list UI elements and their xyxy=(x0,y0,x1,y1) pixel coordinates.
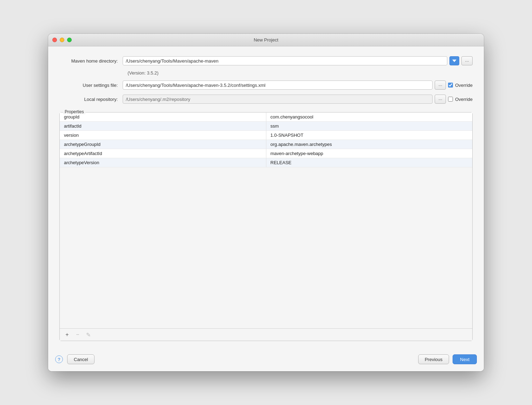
window-controls xyxy=(52,38,72,42)
properties-table: groupIdcom.chenyangsocoolartifactIdssmve… xyxy=(60,112,472,167)
local-repo-label: Local repository: xyxy=(59,97,123,102)
maven-home-row: Maven home directory: ··· xyxy=(59,56,473,65)
property-value: maven-archetype-webapp xyxy=(266,149,472,158)
svg-marker-0 xyxy=(452,59,456,62)
property-value: 1.0-SNAPSHOT xyxy=(266,131,472,140)
local-repo-input[interactable] xyxy=(123,95,433,104)
edit-property-button[interactable]: ✎ xyxy=(84,331,92,339)
previous-button[interactable]: Previous xyxy=(418,354,449,364)
property-key: archetypeGroupId xyxy=(60,140,266,149)
property-key: version xyxy=(60,131,266,140)
table-row[interactable]: archetypeVersionRELEASE xyxy=(60,158,472,167)
footer: ? Cancel Previous Next xyxy=(48,348,484,371)
local-repo-field-group: ··· Override xyxy=(123,95,473,104)
user-settings-override-label[interactable]: Override xyxy=(455,83,473,88)
remove-property-button[interactable]: − xyxy=(74,331,82,339)
title-bar: New Project xyxy=(48,34,484,46)
property-key: archetypeArtifactId xyxy=(60,149,266,158)
maven-home-label: Maven home directory: xyxy=(59,58,123,64)
ellipsis-icon: ··· xyxy=(465,58,469,64)
property-key: artifactId xyxy=(60,122,266,131)
table-row[interactable]: archetypeArtifactIdmaven-archetype-webap… xyxy=(60,149,472,158)
maven-home-input[interactable] xyxy=(123,56,447,65)
property-value: com.chenyangsocool xyxy=(266,112,472,122)
close-button[interactable] xyxy=(52,38,57,42)
maven-home-browse-button[interactable]: ··· xyxy=(461,56,473,65)
property-value: org.apache.maven.archetypes xyxy=(266,140,472,149)
user-settings-label: User settings file: xyxy=(59,83,123,88)
next-button[interactable]: Next xyxy=(453,354,477,364)
property-key: archetypeVersion xyxy=(60,158,266,167)
user-settings-override-checkbox[interactable] xyxy=(448,83,453,88)
local-repo-override-wrapper: Override xyxy=(448,97,473,102)
user-settings-input[interactable] xyxy=(123,81,433,90)
add-property-button[interactable]: + xyxy=(63,331,71,339)
help-button[interactable]: ? xyxy=(55,355,63,363)
footer-right: Previous Next xyxy=(418,354,477,364)
user-settings-field-group: ··· Override xyxy=(123,81,473,90)
local-repo-browse-button[interactable]: ··· xyxy=(435,95,446,104)
local-repo-override-checkbox[interactable] xyxy=(448,97,453,102)
maximize-button[interactable] xyxy=(67,38,72,42)
property-value: RELEASE xyxy=(266,158,472,167)
maven-version-text: (Version: 3.5.2) xyxy=(128,70,473,76)
ellipsis-icon: ··· xyxy=(439,97,442,102)
chevron-down-icon xyxy=(452,59,456,63)
table-row[interactable]: artifactIdssm xyxy=(60,122,472,131)
local-repo-row: Local repository: ··· Override xyxy=(59,95,473,104)
ellipsis-icon: ··· xyxy=(439,83,442,88)
properties-table-container: groupIdcom.chenyangsocoolartifactIdssmve… xyxy=(60,112,472,328)
window-title: New Project xyxy=(254,37,278,43)
new-project-window: New Project Maven home directory: ··· (V… xyxy=(48,34,484,371)
table-row[interactable]: archetypeGroupIdorg.apache.maven.archety… xyxy=(60,140,472,149)
properties-legend: Properties xyxy=(63,109,85,114)
maven-home-dropdown-button[interactable] xyxy=(449,56,459,65)
user-settings-browse-button[interactable]: ··· xyxy=(435,81,446,90)
minimize-button[interactable] xyxy=(60,38,64,42)
property-key: groupId xyxy=(60,112,266,122)
properties-section: Properties groupIdcom.chenyangsocoolarti… xyxy=(59,112,473,341)
maven-home-field-group: ··· xyxy=(123,56,473,65)
table-row[interactable]: groupIdcom.chenyangsocool xyxy=(60,112,472,122)
main-content: Maven home directory: ··· (Version: 3.5.… xyxy=(48,46,484,348)
user-settings-override-wrapper: Override xyxy=(448,83,473,88)
table-row[interactable]: version1.0-SNAPSHOT xyxy=(60,131,472,140)
cancel-button[interactable]: Cancel xyxy=(67,354,95,364)
properties-toolbar: + − ✎ xyxy=(60,328,472,341)
footer-left: ? Cancel xyxy=(55,354,95,364)
property-value: ssm xyxy=(266,122,472,131)
user-settings-row: User settings file: ··· Override xyxy=(59,81,473,90)
local-repo-override-label[interactable]: Override xyxy=(455,97,473,102)
